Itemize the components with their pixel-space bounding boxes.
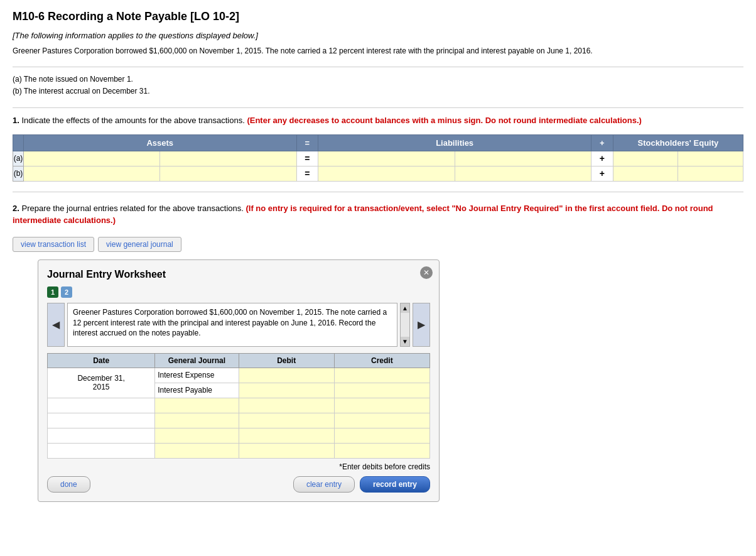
journal-credit-3[interactable] xyxy=(334,398,429,413)
journal-date-cell: December 31,2015 xyxy=(48,368,155,398)
liab-a1-input[interactable] xyxy=(318,151,454,166)
nav-left-button[interactable]: ◀ xyxy=(47,303,65,347)
journal-row-5 xyxy=(48,428,430,443)
journal-date-3 xyxy=(48,398,155,413)
th-equity: Stockholders' Equity xyxy=(613,134,743,151)
transaction-b: (b) The interest accrual on December 31. xyxy=(13,85,743,97)
equity-b1-input[interactable] xyxy=(613,166,678,181)
asset-a1-input[interactable] xyxy=(24,151,159,166)
tab-row: 1 2 xyxy=(47,286,430,298)
plus-a: + xyxy=(591,151,613,166)
th-debit: Debit xyxy=(239,353,334,368)
close-button[interactable]: ✕ xyxy=(420,266,433,279)
journal-debit-1[interactable] xyxy=(239,368,334,383)
tab-2[interactable]: 2 xyxy=(61,286,72,298)
journal-account-2: Interest Payable xyxy=(155,383,239,398)
asset-b2[interactable] xyxy=(160,166,296,181)
debit-3-input[interactable] xyxy=(239,398,334,412)
view-general-journal-button[interactable]: view general journal xyxy=(98,237,181,252)
asset-b1-input[interactable] xyxy=(24,166,159,181)
equity-b2[interactable] xyxy=(678,166,743,181)
liab-a2-input[interactable] xyxy=(455,151,591,166)
th-plus: + xyxy=(591,134,613,151)
nav-right-button[interactable]: ▶ xyxy=(413,303,430,347)
effects-row-a: (a) = + xyxy=(13,151,743,166)
journal-row-3 xyxy=(48,398,430,413)
credit-2-input[interactable] xyxy=(335,383,429,397)
equity-a2[interactable] xyxy=(678,151,743,166)
asset-a2-input[interactable] xyxy=(160,151,296,166)
liab-a2[interactable] xyxy=(455,151,591,166)
worksheet-footer: done clear entry record entry xyxy=(47,476,430,493)
journal-debit-4[interactable] xyxy=(239,413,334,428)
effects-table: Assets = Liabilities + Stockholders' Equ… xyxy=(13,134,743,182)
journal-credit-6[interactable] xyxy=(334,443,429,458)
equity-a2-input[interactable] xyxy=(678,151,743,166)
transaction-description: Greener Pastures Corporation borrowed $1… xyxy=(67,303,397,347)
debit-2-input[interactable] xyxy=(239,383,334,397)
credit-3-input[interactable] xyxy=(335,398,429,412)
question2-number: 2. xyxy=(13,204,19,213)
asset-b2-input[interactable] xyxy=(160,166,296,181)
debit-1-input[interactable] xyxy=(239,368,334,382)
credit-1-input[interactable] xyxy=(335,368,429,382)
journal-account-6[interactable] xyxy=(155,443,239,458)
credit-4-input[interactable] xyxy=(335,413,429,427)
journal-credit-5[interactable] xyxy=(334,428,429,443)
scroll-down-button[interactable]: ▼ xyxy=(401,337,409,346)
record-entry-button[interactable]: record entry xyxy=(360,476,430,493)
view-transaction-list-button[interactable]: view transaction list xyxy=(13,237,94,252)
clear-entry-button[interactable]: clear entry xyxy=(293,476,355,493)
account-4-input[interactable] xyxy=(155,413,238,427)
equity-a1-input[interactable] xyxy=(613,151,678,166)
liab-a1[interactable] xyxy=(318,151,455,166)
journal-date-4 xyxy=(48,413,155,428)
debit-6-input[interactable] xyxy=(239,444,334,457)
journal-row-1: December 31,2015 Interest Expense xyxy=(48,368,430,383)
eq-b: = xyxy=(296,166,318,181)
liab-b1[interactable] xyxy=(318,166,455,181)
credit-5-input[interactable] xyxy=(335,428,429,442)
th-credit: Credit xyxy=(334,353,429,368)
account-3-input[interactable] xyxy=(155,398,238,412)
journal-credit-2[interactable] xyxy=(334,383,429,398)
asset-b1[interactable] xyxy=(24,166,160,181)
journal-debit-6[interactable] xyxy=(239,443,334,458)
effects-row-b: (b) = + xyxy=(13,166,743,181)
journal-account-4[interactable] xyxy=(155,413,239,428)
journal-date-5 xyxy=(48,428,155,443)
debit-4-input[interactable] xyxy=(239,413,334,427)
journal-credit-1[interactable] xyxy=(334,368,429,383)
intro-body: Greener Pastures Corporation borrowed $1… xyxy=(13,45,743,57)
question1-label: 1. Indicate the effects of the amounts f… xyxy=(13,114,743,127)
equity-b2-input[interactable] xyxy=(678,166,743,181)
nav-desc-area: ◀ Greener Pastures Corporation borrowed … xyxy=(47,303,430,347)
liab-b2[interactable] xyxy=(455,166,591,181)
liab-b2-input[interactable] xyxy=(455,166,591,181)
liab-b1-input[interactable] xyxy=(318,166,454,181)
journal-account-3[interactable] xyxy=(155,398,239,413)
account-6-input[interactable] xyxy=(155,444,238,457)
debit-5-input[interactable] xyxy=(239,428,334,442)
credit-6-input[interactable] xyxy=(335,444,429,457)
journal-account-1: Interest Expense xyxy=(155,368,239,383)
th-general-journal: General Journal xyxy=(155,353,239,368)
asset-a1[interactable] xyxy=(24,151,160,166)
scroll-up-button[interactable]: ▲ xyxy=(401,303,409,313)
equity-a1[interactable] xyxy=(613,151,678,166)
worksheet-title: Journal Entry Worksheet xyxy=(47,269,430,280)
transaction-a: (a) The note issued on November 1. xyxy=(13,74,743,85)
done-button[interactable]: done xyxy=(47,476,90,493)
journal-debit-5[interactable] xyxy=(239,428,334,443)
tab-1[interactable]: 1 xyxy=(47,286,58,298)
journal-debit-2[interactable] xyxy=(239,383,334,398)
journal-table: Date General Journal Debit Credit Decemb… xyxy=(47,353,430,459)
journal-credit-4[interactable] xyxy=(334,413,429,428)
asset-a2[interactable] xyxy=(160,151,296,166)
account-5-input[interactable] xyxy=(155,428,238,442)
plus-b: + xyxy=(591,166,613,181)
journal-account-5[interactable] xyxy=(155,428,239,443)
debits-note: *Enter debits before credits xyxy=(47,462,430,471)
equity-b1[interactable] xyxy=(613,166,678,181)
journal-debit-3[interactable] xyxy=(239,398,334,413)
